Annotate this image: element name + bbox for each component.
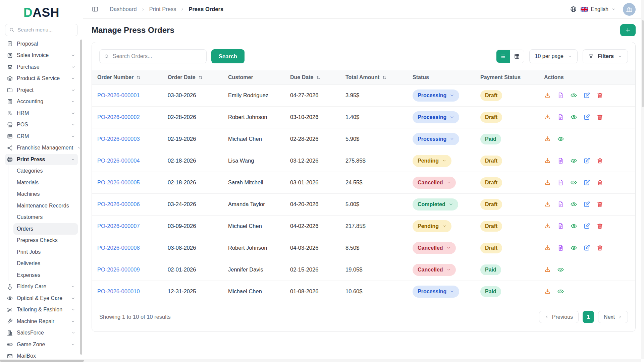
col-due-date[interactable]: Due Date <box>285 70 340 84</box>
download-icon[interactable] <box>544 288 551 295</box>
sidebar-item-game-zone[interactable]: Game Zone <box>5 339 78 351</box>
sidebar-item-optical-eye-care[interactable]: Optical & Eye Care <box>5 293 78 304</box>
sort-icon[interactable] <box>316 75 321 80</box>
status-dropdown[interactable]: Pending <box>413 155 451 167</box>
sidebar-item-purchase[interactable]: Purchase <box>5 61 78 73</box>
sidebar-item-tailoring-fashion[interactable]: Tailoring & Fashion <box>5 304 78 316</box>
order-number-link[interactable]: PO-2026-000006 <box>97 201 140 207</box>
breadcrumb-print-press[interactable]: Print Press <box>149 6 176 12</box>
order-number-link[interactable]: PO-2026-000004 <box>97 158 140 164</box>
status-dropdown[interactable]: Completed <box>413 198 458 210</box>
view-icon[interactable] <box>557 135 564 142</box>
download-icon[interactable] <box>544 244 551 251</box>
sidebar-item-franchise-management[interactable]: Franchise Management <box>5 142 78 154</box>
add-order-button[interactable] <box>620 24 636 36</box>
view-icon[interactable] <box>570 92 577 99</box>
status-dropdown[interactable]: Processing <box>413 111 459 123</box>
invoice-file-icon[interactable] <box>557 244 564 251</box>
download-icon[interactable] <box>544 92 551 99</box>
grid-view-button[interactable] <box>510 50 524 63</box>
list-view-button[interactable] <box>496 50 510 63</box>
download-icon[interactable] <box>544 135 551 142</box>
view-icon[interactable] <box>557 266 564 273</box>
edit-icon[interactable] <box>583 244 590 251</box>
view-icon[interactable] <box>557 288 564 295</box>
search-button[interactable]: Search <box>211 49 245 63</box>
order-number-link[interactable]: PO-2026-000001 <box>97 92 140 98</box>
delete-icon[interactable] <box>596 223 603 230</box>
edit-icon[interactable] <box>583 223 590 230</box>
status-dropdown[interactable]: Cancelled <box>413 242 456 254</box>
previous-page-button[interactable]: Previous <box>539 311 579 323</box>
sidebar-item-accounting[interactable]: Accounting <box>5 96 78 108</box>
download-icon[interactable] <box>544 157 551 164</box>
status-dropdown[interactable]: Pending <box>413 220 451 232</box>
invoice-file-icon[interactable] <box>557 157 564 164</box>
language-selector[interactable]: English <box>581 6 616 12</box>
orders-search-input[interactable] <box>113 53 202 59</box>
col-total-amount[interactable]: Total Amount <box>340 70 407 84</box>
sidebar-toggle-icon[interactable] <box>92 6 99 13</box>
status-dropdown[interactable]: Cancelled <box>413 264 456 276</box>
sidebar-item-customers[interactable]: Customers <box>13 212 78 223</box>
sort-icon[interactable] <box>198 75 203 80</box>
sort-icon[interactable] <box>136 75 141 80</box>
order-number-link[interactable]: PO-2026-000003 <box>97 136 140 142</box>
sidebar-item-print-jobs[interactable]: Print Jobs <box>13 246 78 258</box>
order-number-link[interactable]: PO-2026-000008 <box>97 245 140 251</box>
view-icon[interactable] <box>570 179 577 186</box>
page-1-button[interactable]: 1 <box>583 311 594 323</box>
view-icon[interactable] <box>570 157 577 164</box>
sidebar-item-maintenance-records[interactable]: Maintenance Records <box>13 200 78 212</box>
avatar[interactable] <box>623 3 636 16</box>
order-number-link[interactable]: PO-2026-000009 <box>97 266 140 273</box>
sidebar-item-salesforce[interactable]: SalesForce <box>5 327 78 339</box>
sidebar-item-elderly-care[interactable]: Elderly Care <box>5 281 78 293</box>
sidebar-item-crm[interactable]: CRM <box>5 131 78 142</box>
sort-icon[interactable] <box>382 75 387 80</box>
sidebar-item-materials[interactable]: Materials <box>13 177 78 189</box>
delete-icon[interactable] <box>596 244 603 251</box>
status-dropdown[interactable]: Processing <box>413 133 459 145</box>
delete-icon[interactable] <box>596 201 603 208</box>
delete-icon[interactable] <box>596 157 603 164</box>
sidebar-item-sales-invoice[interactable]: Sales Invoice <box>5 50 78 61</box>
order-number-link[interactable]: PO-2026-000010 <box>97 288 140 294</box>
sidebar-item-pos[interactable]: POS <box>5 119 78 131</box>
status-dropdown[interactable]: Processing <box>413 89 459 102</box>
edit-icon[interactable] <box>583 114 590 121</box>
sidebar-item-orders[interactable]: Orders <box>13 223 78 235</box>
col-order-date[interactable]: Order Date <box>162 70 223 84</box>
sidebar-item-print-press[interactable]: Print Press <box>5 154 78 166</box>
per-page-select[interactable]: 10 per page <box>529 49 578 63</box>
edit-icon[interactable] <box>583 179 590 186</box>
sidebar-item-hrm[interactable]: HRM <box>5 108 78 119</box>
invoice-file-icon[interactable] <box>557 179 564 186</box>
delete-icon[interactable] <box>596 179 603 186</box>
sidebar-search-input[interactable] <box>17 27 74 33</box>
sidebar-item-categories[interactable]: Categories <box>13 165 78 177</box>
download-icon[interactable] <box>544 201 551 208</box>
sidebar-item-deliveries[interactable]: Deliveries <box>13 258 78 269</box>
globe-icon[interactable] <box>570 6 577 13</box>
download-icon[interactable] <box>544 266 551 273</box>
sidebar-item-prepress-checks[interactable]: Prepress Checks <box>13 235 78 246</box>
order-number-link[interactable]: PO-2026-000007 <box>97 223 140 229</box>
order-number-link[interactable]: PO-2026-000002 <box>97 114 140 120</box>
edit-icon[interactable] <box>583 201 590 208</box>
sidebar-scrollbar[interactable] <box>80 40 82 355</box>
vertical-scrollbar[interactable] <box>641 0 644 359</box>
view-icon[interactable] <box>570 114 577 121</box>
delete-icon[interactable] <box>596 114 603 121</box>
edit-icon[interactable] <box>583 157 590 164</box>
delete-icon[interactable] <box>596 92 603 99</box>
sidebar-item-machines[interactable]: Machines <box>13 188 78 200</box>
view-icon[interactable] <box>570 201 577 208</box>
next-page-button[interactable]: Next <box>598 311 628 323</box>
download-icon[interactable] <box>544 223 551 230</box>
view-icon[interactable] <box>570 244 577 251</box>
view-icon[interactable] <box>570 223 577 230</box>
invoice-file-icon[interactable] <box>557 223 564 230</box>
sidebar-item-project[interactable]: Project <box>5 84 78 96</box>
status-dropdown[interactable]: Processing <box>413 286 459 298</box>
